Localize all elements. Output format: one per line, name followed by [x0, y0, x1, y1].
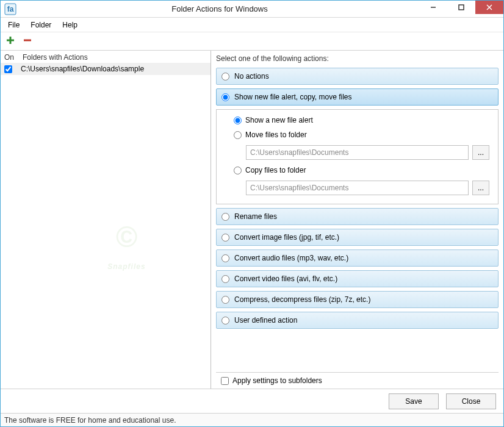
radio-compress[interactable]: [221, 296, 229, 304]
save-button[interactable]: Save: [389, 393, 439, 409]
radio-copy[interactable]: [234, 167, 242, 174]
option-compress[interactable]: Compress, decompress files (zip, 7z, etc…: [216, 291, 499, 308]
copy-path-row: ...: [246, 181, 489, 195]
remove-icon[interactable]: [23, 35, 32, 47]
folders-pane: On Folders with Actions C:\Users\snapfil…: [1, 51, 211, 389]
column-on: On: [4, 53, 23, 62]
svg-rect-3: [459, 5, 464, 10]
maximize-button[interactable]: [447, 1, 475, 14]
status-text: The software is FREE for home and educat…: [4, 416, 176, 425]
menubar: File Folder Help: [1, 18, 503, 32]
folder-path: C:\Users\snapfiles\Downloads\sample: [21, 65, 144, 73]
apply-subfolders-row[interactable]: Apply settings to subfolders: [216, 372, 499, 389]
menu-file[interactable]: File: [3, 20, 24, 30]
add-icon[interactable]: [5, 35, 15, 47]
radio-user-defined[interactable]: [221, 317, 229, 325]
statusbar: The software is FREE for home and educat…: [1, 413, 503, 426]
minimize-button[interactable]: [419, 1, 447, 14]
subopt-show-alert[interactable]: Show a new file alert: [234, 116, 489, 124]
subopt-move[interactable]: Move files to folder: [234, 131, 489, 139]
main-area: On Folders with Actions C:\Users\snapfil…: [1, 51, 503, 389]
footer-buttons: Save Close: [1, 389, 503, 413]
radio-convert-audio[interactable]: [221, 254, 229, 262]
close-button[interactable]: [475, 1, 503, 14]
column-folders: Folders with Actions: [23, 53, 88, 62]
move-browse-button[interactable]: ...: [472, 145, 489, 160]
folders-list: C:\Users\snapfiles\Downloads\sample: [1, 63, 211, 389]
radio-show-alert[interactable]: [234, 117, 242, 124]
actions-pane: Select one of the following actions: No …: [211, 51, 503, 389]
folder-row[interactable]: C:\Users\snapfiles\Downloads\sample: [1, 63, 211, 75]
titlebar: fa Folder Actions for Windows: [1, 1, 503, 18]
app-icon: fa: [4, 3, 16, 15]
radio-convert-image[interactable]: [221, 234, 229, 242]
radio-move[interactable]: [234, 131, 242, 139]
toolbar: [1, 32, 503, 51]
close-button-footer[interactable]: Close: [446, 393, 496, 409]
actions-prompt: Select one of the following actions:: [216, 54, 499, 63]
alert-details-panel: Show a new file alert Move files to fold…: [216, 109, 499, 204]
option-convert-video[interactable]: Convert video files (avi, flv, etc.): [216, 270, 499, 287]
folder-enabled-checkbox[interactable]: [4, 65, 12, 73]
copy-path-input[interactable]: [246, 181, 469, 195]
menu-folder[interactable]: Folder: [26, 20, 56, 30]
radio-no-actions[interactable]: [221, 73, 229, 81]
move-path-row: ...: [246, 145, 489, 160]
radio-alert-copy-move[interactable]: [221, 93, 229, 101]
move-path-input[interactable]: [246, 145, 469, 160]
radio-rename[interactable]: [221, 213, 229, 221]
option-rename[interactable]: Rename files: [216, 208, 499, 225]
option-convert-image[interactable]: Convert image files (jpg, tif, etc.): [216, 229, 499, 246]
subopt-copy[interactable]: Copy files to folder: [234, 166, 489, 174]
option-alert-copy-move[interactable]: Show new file alert, copy, move files: [216, 88, 499, 106]
menu-help[interactable]: Help: [57, 20, 82, 30]
apply-subfolders-checkbox[interactable]: [221, 377, 229, 385]
folders-header: On Folders with Actions: [1, 51, 211, 63]
option-no-actions[interactable]: No actions: [216, 68, 499, 85]
option-user-defined[interactable]: User defined action: [216, 312, 499, 329]
copy-browse-button[interactable]: ...: [472, 181, 489, 195]
window-title: Folder Actions for Windows: [20, 4, 419, 13]
window-controls: [419, 1, 503, 17]
svg-text:fa: fa: [7, 5, 14, 13]
radio-convert-video[interactable]: [221, 275, 229, 283]
app-window: fa Folder Actions for Windows File Folde…: [0, 0, 504, 427]
option-convert-audio[interactable]: Convert audio files (mp3, wav, etc.): [216, 249, 499, 267]
